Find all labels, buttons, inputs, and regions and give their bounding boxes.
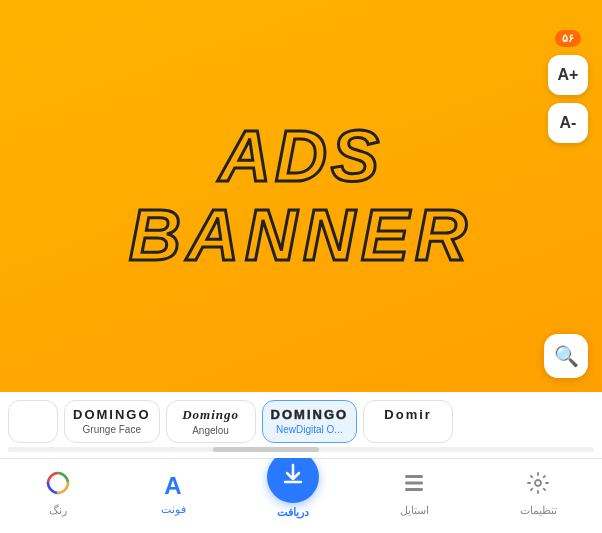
download-icon: [280, 461, 306, 493]
banner-area: Ads BAnner ۵۶ A+ A- 🔍: [0, 0, 602, 392]
svg-rect-3: [405, 488, 423, 491]
font-card-domingo[interactable]: DOMINGO Grunge Face: [64, 400, 160, 443]
download-button[interactable]: [267, 451, 319, 503]
banner-text: Ads BAnner: [129, 117, 473, 275]
nav-label-settings: تنظیمات: [520, 504, 557, 517]
side-controls: ۵۶ A+ A-: [548, 30, 588, 143]
svg-rect-2: [405, 482, 423, 485]
font-decrease-button[interactable]: A-: [548, 103, 588, 143]
nav-item-settings[interactable]: تنظیمات: [510, 467, 567, 521]
font-card-domin2[interactable]: Domir: [363, 400, 453, 443]
font-card-preview: Domingo: [182, 407, 239, 423]
nav-label-font: فونت: [161, 503, 186, 516]
scroll-thumb: [213, 447, 318, 452]
badge-count: ۵۶: [555, 30, 581, 47]
nav-item-font[interactable]: A فونت: [151, 468, 196, 520]
font-card-blank[interactable]: [8, 400, 58, 443]
font-card-preview: DOMINGO: [73, 407, 151, 422]
nav-item-download[interactable]: دریافت: [267, 469, 319, 519]
font-strip: DOMINGO Grunge Face Domingo Angelou DOMI…: [0, 392, 602, 458]
color-icon: [46, 471, 70, 501]
font-card-name: Angelou: [192, 425, 229, 436]
svg-rect-1: [405, 475, 423, 478]
font-icon: A: [164, 472, 181, 500]
font-card-newdigital[interactable]: DOMINGO NewDigital O...: [262, 400, 358, 443]
nav-label-download: دریافت: [277, 506, 309, 519]
font-card-preview: DOMINGO: [271, 407, 349, 422]
banner-line2: BAnner: [129, 196, 473, 275]
nav-label-style: استایل: [400, 504, 429, 517]
banner-line1: Ads: [129, 117, 473, 196]
font-strip-inner[interactable]: DOMINGO Grunge Face Domingo Angelou DOMI…: [0, 400, 602, 443]
settings-icon: [526, 471, 550, 501]
bottom-nav: رنگ A فونت دریافت استایل: [0, 458, 602, 533]
nav-label-color: رنگ: [49, 504, 67, 517]
font-card-name: Grunge Face: [83, 424, 141, 435]
nav-item-style[interactable]: استایل: [390, 467, 439, 521]
font-card-name: NewDigital O...: [276, 424, 343, 435]
font-card-preview: Domir: [384, 407, 432, 422]
scroll-track: [8, 447, 594, 452]
search-icon: 🔍: [554, 344, 579, 368]
search-button[interactable]: 🔍: [544, 334, 588, 378]
font-increase-button[interactable]: A+: [548, 55, 588, 95]
svg-point-4: [535, 480, 541, 486]
font-card-angelou[interactable]: Domingo Angelou: [166, 400, 256, 443]
nav-item-color[interactable]: رنگ: [36, 467, 80, 521]
style-icon: [402, 471, 426, 501]
